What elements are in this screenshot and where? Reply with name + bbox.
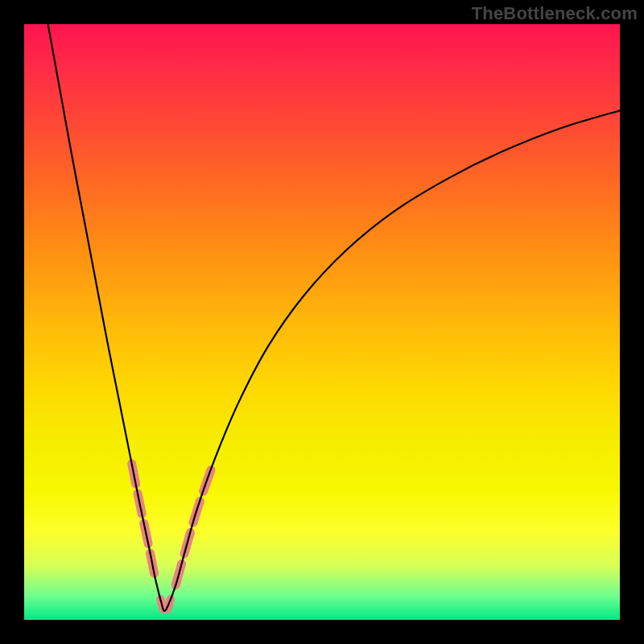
plot-area	[24, 24, 620, 620]
watermark-text: TheBottleneck.com	[472, 3, 638, 24]
chart-frame: TheBottleneck.com	[0, 0, 644, 644]
bottleneck-curve	[48, 24, 620, 611]
beads-group	[132, 464, 211, 609]
curve-svg	[24, 24, 620, 620]
